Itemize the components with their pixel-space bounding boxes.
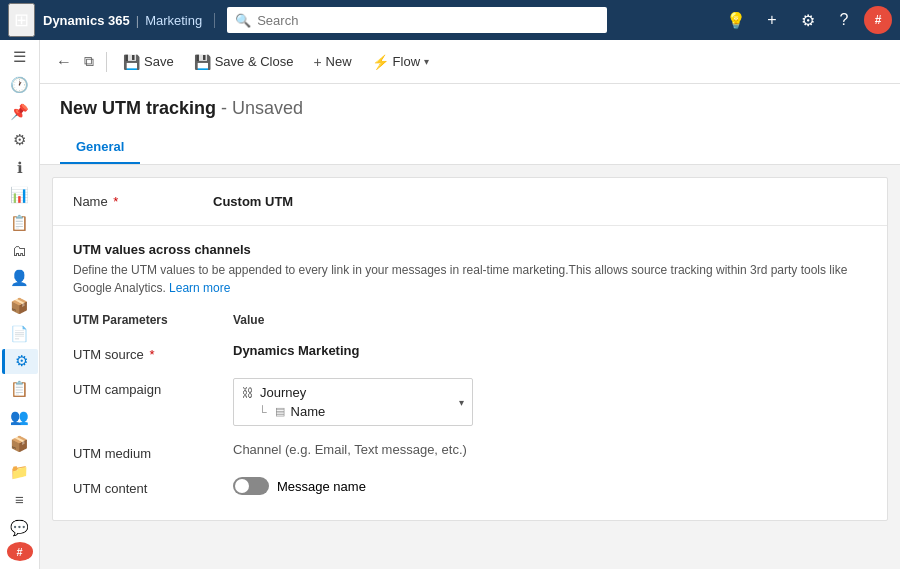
sidebar-pinned-button[interactable]: 📌 bbox=[2, 99, 38, 125]
apps-grid-button[interactable]: ⊞ bbox=[8, 3, 35, 37]
sidebar-config-button[interactable]: ⚙ bbox=[2, 349, 38, 375]
utm-campaign-dropdown[interactable]: ⛓ Journey └ ▤ Name ▾ bbox=[233, 378, 473, 426]
utm-campaign-tree-child: └ ▤ Name bbox=[238, 402, 444, 421]
layout: ☰ 🕐 📌 ⚙ ℹ 📊 📋 🗂 👤 📦 📄 ⚙ 📋 👥 📦 📁 ≡ 💬 # ← … bbox=[0, 40, 900, 569]
journey-icon: ⛓ bbox=[242, 386, 254, 400]
dropdown-chevron-icon: ▾ bbox=[459, 397, 464, 408]
new-icon: + bbox=[313, 54, 321, 70]
sidebar-user-avatar[interactable]: # bbox=[7, 542, 33, 561]
flow-icon: ⚡ bbox=[372, 54, 389, 70]
journey-label: Journey bbox=[260, 385, 306, 400]
save-close-icon: 💾 bbox=[194, 54, 211, 70]
topbar: ⊞ Dynamics 365 | Marketing 🔍 💡 + ⚙ ? # bbox=[0, 0, 900, 40]
utm-content-row: UTM content Message name bbox=[73, 469, 867, 504]
utm-source-label: UTM source * bbox=[73, 343, 233, 362]
name-field-row: Name * Custom UTM bbox=[53, 178, 887, 226]
command-bar: ← ⧉ 💾 Save 💾 Save & Close + New ⚡ Flow ▾ bbox=[40, 40, 900, 84]
sidebar-pages-button[interactable]: 📄 bbox=[2, 321, 38, 347]
col-params-header: UTM Parameters bbox=[73, 313, 233, 327]
utm-content-toggle[interactable] bbox=[233, 477, 269, 495]
new-button[interactable]: + New bbox=[305, 50, 359, 74]
lightbulb-button[interactable]: 💡 bbox=[720, 4, 752, 36]
tab-bar: General bbox=[60, 131, 880, 164]
sidebar-info-button[interactable]: ℹ bbox=[2, 155, 38, 181]
restore-button[interactable]: ⧉ bbox=[80, 49, 98, 74]
utm-column-headers: UTM Parameters Value bbox=[73, 313, 867, 335]
utm-source-row: UTM source * Dynamics Marketing bbox=[73, 335, 867, 370]
save-button[interactable]: 💾 Save bbox=[115, 50, 182, 74]
utm-campaign-tree-parent: ⛓ Journey bbox=[238, 383, 444, 402]
help-button[interactable]: ? bbox=[828, 4, 860, 36]
utm-medium-label: UTM medium bbox=[73, 442, 233, 461]
tree-connector-icon: └ bbox=[258, 405, 267, 419]
utm-source-value[interactable]: Dynamics Marketing bbox=[233, 343, 359, 358]
brand: Dynamics 365 | Marketing bbox=[43, 13, 215, 28]
name-required-marker: * bbox=[113, 194, 118, 209]
cmd-separator-1 bbox=[106, 52, 107, 72]
search-input[interactable] bbox=[257, 13, 599, 28]
sidebar-packages-button[interactable]: 📦 bbox=[2, 432, 38, 458]
flow-dropdown-icon: ▾ bbox=[424, 56, 429, 67]
search-box[interactable]: 🔍 bbox=[227, 7, 607, 33]
name-label: Name bbox=[291, 404, 326, 419]
page-title: New UTM tracking - Unsaved bbox=[60, 98, 880, 119]
learn-more-link[interactable]: Learn more bbox=[169, 281, 230, 295]
search-icon: 🔍 bbox=[235, 13, 251, 28]
utm-campaign-row: UTM campaign ⛓ Journey └ ▤ Name bbox=[73, 370, 867, 434]
utm-section: UTM values across channels Define the UT… bbox=[53, 226, 887, 520]
utm-section-title: UTM values across channels bbox=[73, 242, 867, 257]
col-value-header: Value bbox=[233, 313, 264, 327]
main-content: ← ⧉ 💾 Save 💾 Save & Close + New ⚡ Flow ▾ bbox=[40, 40, 900, 569]
page-header: New UTM tracking - Unsaved General bbox=[40, 84, 900, 165]
sidebar-segments-button[interactable]: 🗂 bbox=[2, 238, 38, 264]
sidebar-assets-button[interactable]: 📦 bbox=[2, 293, 38, 319]
name-icon: ▤ bbox=[275, 405, 285, 418]
app-name: Marketing bbox=[145, 13, 202, 28]
utm-section-description: Define the UTM values to be appended to … bbox=[73, 261, 867, 297]
settings-button[interactable]: ⚙ bbox=[792, 4, 824, 36]
sidebar-list2-button[interactable]: 📋 bbox=[2, 376, 38, 402]
sidebar-settings-button[interactable]: ⚙ bbox=[2, 127, 38, 153]
sidebar-people-button[interactable]: 👥 bbox=[2, 404, 38, 430]
utm-medium-value: Channel (e.g. Email, Text message, etc.) bbox=[233, 442, 467, 457]
sidebar-contacts-button[interactable]: 👤 bbox=[2, 266, 38, 292]
page-status: - Unsaved bbox=[221, 98, 303, 118]
save-icon: 💾 bbox=[123, 54, 140, 70]
sidebar-list1-button[interactable]: 📋 bbox=[2, 210, 38, 236]
sidebar: ☰ 🕐 📌 ⚙ ℹ 📊 📋 🗂 👤 📦 📄 ⚙ 📋 👥 📦 📁 ≡ 💬 # bbox=[0, 40, 40, 569]
utm-campaign-label: UTM campaign bbox=[73, 378, 233, 397]
save-close-button[interactable]: 💾 Save & Close bbox=[186, 50, 302, 74]
form-section: Name * Custom UTM UTM values across chan… bbox=[52, 177, 888, 521]
topbar-actions: 💡 + ⚙ ? # bbox=[720, 4, 892, 36]
sidebar-recent-button[interactable]: 🕐 bbox=[2, 72, 38, 98]
sidebar-analytics-button[interactable]: 📊 bbox=[2, 182, 38, 208]
utm-medium-row: UTM medium Channel (e.g. Email, Text mes… bbox=[73, 434, 867, 469]
utm-source-required: * bbox=[149, 347, 154, 362]
add-button[interactable]: + bbox=[756, 4, 788, 36]
brand-name: Dynamics 365 bbox=[43, 13, 130, 28]
sidebar-menu-button[interactable]: ☰ bbox=[2, 44, 38, 70]
sidebar-items-button[interactable]: ≡ bbox=[2, 487, 38, 513]
name-label: Name * bbox=[73, 194, 213, 209]
name-value[interactable]: Custom UTM bbox=[213, 194, 293, 209]
toggle-thumb bbox=[235, 479, 249, 493]
utm-content-toggle-container: Message name bbox=[233, 477, 366, 495]
tab-general[interactable]: General bbox=[60, 131, 140, 164]
utm-content-label: UTM content bbox=[73, 477, 233, 496]
sidebar-chat-button[interactable]: 💬 bbox=[2, 515, 38, 541]
avatar[interactable]: # bbox=[864, 6, 892, 34]
back-button[interactable]: ← bbox=[52, 49, 76, 75]
flow-button[interactable]: ⚡ Flow ▾ bbox=[364, 50, 437, 74]
utm-campaign-dropdown-box[interactable]: ⛓ Journey └ ▤ Name ▾ bbox=[233, 378, 473, 426]
sidebar-folder-button[interactable]: 📁 bbox=[2, 459, 38, 485]
utm-content-toggle-label: Message name bbox=[277, 479, 366, 494]
